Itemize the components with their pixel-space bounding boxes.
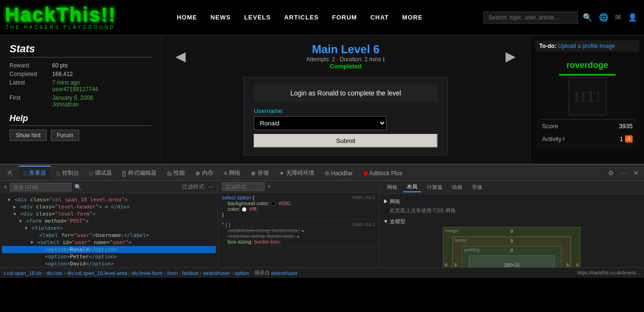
accessibility-icon: ✦ <box>279 170 284 177</box>
devtools-console-tab[interactable]: □ 控制台 <box>52 166 83 180</box>
search-icon[interactable]: 🔍 <box>581 12 594 23</box>
html-line-level-form[interactable]: ▼ <div class="level-form"> <box>2 210 216 217</box>
html-more-button[interactable]: ⋯ <box>207 183 215 191</box>
hackbar-icon <box>325 171 330 176</box>
bc-item-2[interactable]: div.row <box>46 270 63 276</box>
html-line-option-petter[interactable]: <option>Petter</option> <box>2 253 216 260</box>
nav-more[interactable]: MORE <box>396 11 429 24</box>
devtools-memory-tab[interactable]: ⊕ 内存 <box>191 166 218 180</box>
padding-top-val: 0 <box>510 248 513 253</box>
devtools-network-tab[interactable]: ≡ 网络 <box>219 166 245 180</box>
username-label: Username: <box>254 107 438 114</box>
bc-item-5[interactable]: form <box>167 270 177 276</box>
bc-item-6[interactable]: fieldset <box>182 270 199 276</box>
console-icon: □ <box>56 170 60 177</box>
search-input[interactable] <box>483 11 578 24</box>
first-label: First <box>9 95 47 108</box>
html-line-option-ronald[interactable]: <option>Ronald</option> <box>2 246 216 253</box>
devtools-hackbar-tab[interactable]: HackBar <box>320 167 358 179</box>
grid-section-title: ▶ 网格 <box>383 198 640 205</box>
padding-label: padding <box>464 247 479 252</box>
todo-bar: To-do: Upload a profile image <box>535 40 639 52</box>
devtools-more-button[interactable]: ··· <box>618 168 629 178</box>
devtools-settings-button[interactable]: ⚙ <box>606 168 616 178</box>
show-hint-button[interactable]: Show hint <box>9 130 47 141</box>
bc-item-7[interactable]: select#user <box>203 270 230 276</box>
nav-levels[interactable]: LEVELS <box>238 11 278 24</box>
bc-current[interactable]: option <box>235 270 249 276</box>
username-row: Ronald Petter David Sam <box>254 116 438 130</box>
adblock-icon <box>363 171 368 176</box>
nav-home[interactable]: HOME <box>170 11 204 24</box>
user-icon[interactable]: 👤 <box>626 12 639 23</box>
devtools-adblock-tab[interactable]: Adblock Plus <box>359 167 407 179</box>
devtools-perf-tab[interactable]: ◎ 性能 <box>162 166 190 180</box>
css-filter-input[interactable] <box>222 182 265 191</box>
layout-tab-layout[interactable]: 布局 <box>403 182 421 192</box>
layout-tab-font[interactable]: 字体 <box>468 183 486 192</box>
nav-chat[interactable]: CHAT <box>364 11 396 24</box>
html-line-fieldset[interactable]: ▼ <fieldset> <box>2 225 216 232</box>
box-model-title[interactable]: ▼ 盒模型 <box>383 218 640 225</box>
bc-item-1[interactable]: t.col.span_18.clr <box>4 270 42 276</box>
globe-icon[interactable]: 🌐 <box>597 12 610 23</box>
forum-button[interactable]: Forum <box>51 130 80 141</box>
devtools-url: https://hackthis.co.uk/levels/... <box>577 270 640 275</box>
nav-forum[interactable]: FORUM <box>325 11 364 24</box>
layout-tab-animation[interactable]: 动画 <box>448 183 466 192</box>
html-line-div-col[interactable]: ▼ <div class="col span_18 level-area"> <box>2 196 216 203</box>
nav-articles[interactable]: ARTICLES <box>277 11 325 24</box>
margin-left-val: 0 <box>445 263 447 267</box>
logo-text[interactable]: HackThis!! <box>5 5 116 25</box>
todo-link[interactable]: Upload a profile image <box>558 43 615 49</box>
stats-title: Stats <box>9 43 151 57</box>
prev-level-button[interactable]: ◀ <box>168 46 193 66</box>
score-row: Score 3935 <box>540 119 635 132</box>
devtools-storage-tab[interactable]: ⊗ 存储 <box>246 166 274 180</box>
perf-label: 性能 <box>174 169 185 177</box>
nav-news[interactable]: NEWS <box>204 11 238 24</box>
inherit-val[interactable]: select#user <box>271 270 298 276</box>
login-message: Login as Ronald to complete the level <box>254 85 438 102</box>
expand-arrow: ▼ <box>19 218 22 224</box>
devtools-accessibility-tab[interactable]: ✦ 无障碍环境 <box>275 166 319 180</box>
logo: HackThis!! THE HACKERS PLAYGROUND <box>5 5 116 30</box>
devtools-inspector-tab[interactable]: □ 查看器 <box>19 166 51 180</box>
html-line-select[interactable]: ▼ <select id="user" name="user"> <box>2 239 216 246</box>
center-panel: ◀ Main Level 6 Attempts: 2 · Duration: 2… <box>161 36 530 164</box>
debugger-icon: □ <box>90 170 93 177</box>
html-line-label[interactable]: <label for="user">Username:</label> <box>2 232 216 239</box>
level-title: Main Level 6 Attempts: 2 · Duration: 2 m… <box>306 43 385 70</box>
html-add-button[interactable]: + <box>3 183 8 191</box>
network-label: 网络 <box>229 169 240 177</box>
html-search-confirm[interactable]: 🔍 <box>74 183 83 191</box>
css-prop-bgcolor: background-color: #000; <box>222 200 375 206</box>
layout-tab-grid[interactable]: 网格 <box>383 183 401 192</box>
submit-button[interactable]: Submit <box>254 134 438 148</box>
layout-tab-computed[interactable]: 计算值 <box>423 183 446 192</box>
devtools-debugger-tab[interactable]: □ 调试器 <box>85 166 117 180</box>
completed-badge: Completed <box>306 63 385 70</box>
devtools-style-editor-tab[interactable]: {} 样式编辑器 <box>118 166 161 180</box>
help-buttons: Show hint Forum <box>9 130 151 141</box>
bc-item-4[interactable]: div.level-form <box>132 270 163 276</box>
html-filter-style-button[interactable]: 过滤样式 <box>181 182 205 192</box>
bc-sep-1: › <box>43 270 45 276</box>
html-line-option-david[interactable]: <option>David</option> <box>2 260 216 267</box>
css-add-rule-button[interactable]: + <box>267 182 272 191</box>
html-line-form[interactable]: ▼ <form method="POST"> <box>2 217 216 225</box>
css-selector: select option <box>222 195 251 200</box>
devtools-pointer-tab[interactable]: ⇱ <box>3 166 18 180</box>
html-search-input[interactable] <box>10 183 72 191</box>
next-level-button[interactable]: ▶ <box>498 46 523 66</box>
stat-latest: Latest 7 mins ago user47188127744 <box>9 79 151 93</box>
completed-label: Completed <box>9 71 47 77</box>
bc-sep-6: › <box>200 270 202 276</box>
username-select[interactable]: Ronald Petter David Sam <box>254 116 386 130</box>
network-icon: ≡ <box>224 170 227 177</box>
mail-icon[interactable]: ✉ <box>613 12 623 23</box>
devtools-close-button[interactable]: ✕ <box>631 168 641 178</box>
bc-item-3[interactable]: div.col.span_18.level-area <box>67 270 127 276</box>
html-line-level-header[interactable]: ▶ <div class="level-header"> ⊕ </div> <box>2 203 216 210</box>
html-panel-container: + 🔍 过滤样式 ⋯ ▼ <div class="col span_18 lev… <box>0 181 218 267</box>
